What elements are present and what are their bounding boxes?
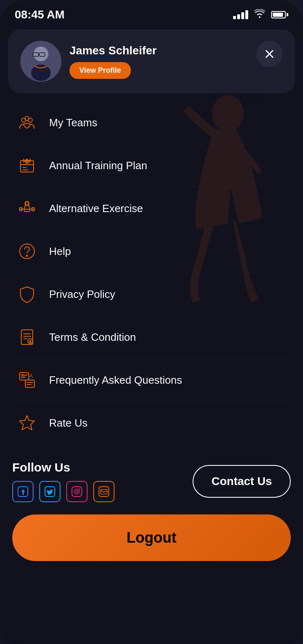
menu-label-alt-exercise: Alternative Exercise <box>49 202 143 215</box>
menu-item-terms[interactable]: Terms & Condition <box>12 316 291 359</box>
svg-marker-44 <box>20 416 34 430</box>
svg-point-11 <box>25 116 29 121</box>
status-time: 08:45 AM <box>15 8 65 21</box>
help-icon <box>16 241 38 262</box>
menu-item-alt-exercise[interactable]: Alternative Exercise <box>12 187 291 230</box>
svg-text:Q: Q <box>21 374 25 378</box>
svg-point-2 <box>34 47 48 61</box>
svg-point-26 <box>25 202 29 205</box>
svg-rect-37 <box>25 380 34 387</box>
menu-label-help: Help <box>49 245 71 258</box>
menu-item-faq[interactable]: A Q Frequently Asked Questions <box>12 359 291 402</box>
follow-contact-row: Follow Us <box>12 461 291 502</box>
menu-item-rate[interactable]: Rate Us <box>12 402 291 444</box>
follow-us-section: Follow Us <box>12 461 114 502</box>
profile-left: James Schleifer View Profile <box>20 41 157 82</box>
close-button[interactable] <box>256 41 283 67</box>
instagram-icon[interactable] <box>66 481 88 502</box>
status-icons <box>233 9 288 20</box>
twitter-icon[interactable] <box>39 481 61 502</box>
svg-point-28 <box>27 255 28 257</box>
training-icon <box>16 155 38 176</box>
svg-text:A: A <box>29 373 33 379</box>
menu-label-my-teams: My Teams <box>49 116 97 129</box>
exercise-icon <box>16 198 38 219</box>
faq-icon: A Q <box>16 369 38 391</box>
profile-name: James Schleifer <box>70 44 157 57</box>
follow-us-label: Follow Us <box>12 461 114 474</box>
facebook-icon[interactable] <box>12 481 34 502</box>
view-profile-button[interactable]: View Profile <box>70 62 131 79</box>
rate-icon <box>16 412 38 434</box>
svg-point-50 <box>76 490 78 493</box>
signal-icon <box>233 10 248 19</box>
menu-list: My Teams Annual Training Plan <box>0 93 303 452</box>
contact-us-button[interactable]: Contact Us <box>193 465 291 498</box>
menu-item-privacy[interactable]: Privacy Policy <box>12 273 291 316</box>
svg-marker-45 <box>22 418 32 428</box>
privacy-icon <box>16 284 38 305</box>
menu-label-rate: Rate Us <box>49 417 88 429</box>
footer-section: Follow Us <box>0 452 303 502</box>
menu-label-terms: Terms & Condition <box>49 331 136 344</box>
menu-item-help[interactable]: Help <box>12 230 291 273</box>
logout-button[interactable]: Logout <box>12 514 291 561</box>
svg-rect-53 <box>101 490 107 494</box>
email-icon[interactable] <box>93 481 114 502</box>
phone-frame: 08:45 AM <box>0 0 303 644</box>
svg-point-6 <box>31 65 51 81</box>
profile-info: James Schleifer View Profile <box>70 44 157 79</box>
status-bar: 08:45 AM <box>0 0 303 25</box>
social-icons <box>12 481 114 502</box>
menu-label-annual-training: Annual Training Plan <box>49 159 147 172</box>
teams-icon <box>16 112 38 133</box>
terms-icon <box>16 326 38 348</box>
svg-point-51 <box>79 488 80 489</box>
profile-header: James Schleifer View Profile <box>8 29 295 93</box>
svg-rect-48 <box>72 487 82 496</box>
wifi-icon <box>254 9 265 20</box>
svg-rect-49 <box>74 489 79 494</box>
menu-label-faq: Frequently Asked Questions <box>49 374 182 387</box>
menu-item-my-teams[interactable]: My Teams <box>12 101 291 144</box>
avatar <box>20 41 61 82</box>
menu-label-privacy: Privacy Policy <box>49 288 115 301</box>
menu-item-annual-training[interactable]: Annual Training Plan <box>12 144 291 187</box>
battery-icon <box>271 11 288 18</box>
